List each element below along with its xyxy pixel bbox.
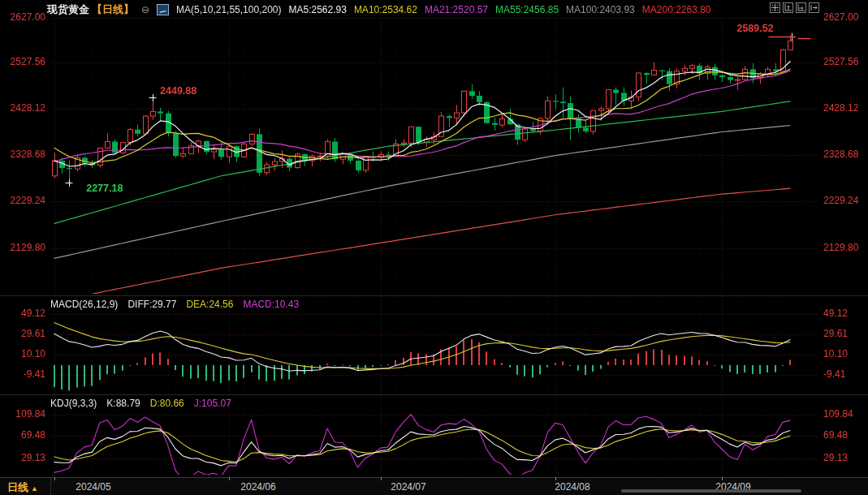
- month-tick: [54, 477, 55, 480]
- chart-canvas[interactable]: [0, 0, 868, 495]
- axis-label: 49.12: [823, 308, 848, 319]
- macd-title: MACD(26,12,9): [50, 299, 118, 310]
- crosshair-icon[interactable]: [770, 2, 780, 13]
- axis-label: 29.13: [0, 452, 45, 463]
- macd-diff-value: DIFF:29.77: [127, 299, 176, 310]
- axis-label: 10.10: [0, 348, 45, 359]
- axis-label: 2328.68: [0, 148, 45, 160]
- date-label: 2024/06: [240, 481, 275, 493]
- axis-label: 2229.24: [823, 195, 858, 206]
- ma200-value: MA200:2263.80: [642, 4, 711, 15]
- axis-label: 109.84: [823, 408, 853, 420]
- dropdown-arrow-icon: ▲: [31, 484, 38, 493]
- macd-header: MACD(26,12,9) DIFF:29.77 DEA:24.56 MACD:…: [50, 299, 299, 310]
- axis-label: -9.41: [0, 368, 45, 380]
- kdj-title: KDJ(9,3,3): [50, 398, 97, 409]
- chart-type-icon[interactable]: [157, 4, 169, 15]
- date-label: 2024/05: [76, 481, 110, 493]
- macd-macd-value: MACD:10.43: [243, 299, 299, 310]
- axis-label: 29.61: [823, 328, 848, 339]
- collapse-icon[interactable]: ⊖: [141, 4, 149, 15]
- axis-label: 69.48: [823, 429, 848, 441]
- ma21-value: MA21:2520.57: [425, 4, 488, 15]
- chart-toolbar: [770, 2, 819, 13]
- period-tag: 【日线】: [92, 2, 134, 17]
- ma-settings-label: MA(5,10,21,55,100,200): [176, 4, 281, 15]
- chart-window: 现货黄金 【日线】 ⊖ MA(5,10,21,55,100,200) MA5:2…: [0, 0, 868, 495]
- low-price-annotation: 2277.18: [86, 183, 123, 194]
- axis-label: 2428.12: [0, 102, 45, 114]
- divider: [50, 478, 51, 495]
- detach-panel-icon[interactable]: [809, 2, 819, 13]
- month-tick: [229, 477, 230, 480]
- macd-dea-value: DEA:24.56: [186, 299, 233, 310]
- axis-label: 2627.00: [0, 11, 45, 23]
- ma100-value: MA100:2403.93: [566, 4, 635, 15]
- axis-label: 2328.68: [823, 148, 858, 160]
- month-tick: [381, 477, 382, 480]
- scale-horizontal-icon[interactable]: [796, 2, 806, 13]
- month-tick: [722, 477, 723, 480]
- axis-label: -9.41: [823, 368, 845, 380]
- axis-label: 2129.80: [0, 242, 45, 253]
- kdj-header: KDJ(9,3,3) K:88.79 D:80.66 J:105.07: [50, 398, 231, 409]
- axis-label: 2627.00: [823, 11, 858, 23]
- date-label: 2024/07: [391, 481, 425, 493]
- high-price-annotation: 2449.88: [160, 85, 196, 97]
- last-price-annotation: 2589.52: [736, 23, 773, 34]
- kdj-k-value: K:88.79: [106, 398, 140, 409]
- ma5-value: MA5:2562.93: [288, 4, 346, 15]
- axis-label: 2527.56: [0, 56, 45, 67]
- kdj-j-value: J:105.07: [194, 398, 231, 409]
- month-tick: [555, 477, 556, 480]
- ma55-value: MA55:2456.85: [495, 4, 559, 15]
- axis-label: 29.61: [0, 328, 45, 339]
- axis-label: 10.10: [823, 348, 848, 359]
- axis-label: 109.84: [0, 408, 45, 420]
- scale-vertical-icon[interactable]: [783, 2, 793, 13]
- axis-label: 2129.80: [823, 242, 858, 253]
- axis-label: 2428.12: [823, 102, 858, 114]
- axis-label: 29.13: [823, 452, 848, 463]
- axis-label: 49.12: [0, 308, 45, 319]
- axis-label: 69.48: [0, 429, 45, 441]
- period-selector[interactable]: 日线▲: [7, 480, 38, 495]
- horizontal-scrollbar-thumb[interactable]: [621, 489, 801, 493]
- symbol-name: 现货黄金: [47, 2, 89, 17]
- axis-label: 2229.24: [0, 195, 45, 206]
- chart-header: 现货黄金 【日线】 ⊖ MA(5,10,21,55,100,200) MA5:2…: [47, 2, 711, 17]
- kdj-d-value: D:80.66: [150, 398, 184, 409]
- axis-label: 2527.56: [823, 56, 858, 67]
- date-label: 2024/08: [555, 481, 589, 493]
- ma10-value: MA10:2534.62: [354, 4, 417, 15]
